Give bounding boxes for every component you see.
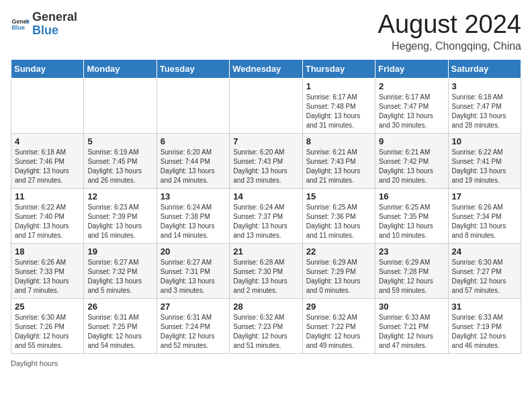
col-header-saturday: Saturday xyxy=(448,59,521,78)
day-info: Sunrise: 6:18 AMSunset: 7:47 PMDaylight:… xyxy=(452,93,517,130)
day-info: Sunrise: 6:25 AMSunset: 7:35 PMDaylight:… xyxy=(379,203,444,240)
day-number: 29 xyxy=(306,302,371,312)
logo-icon: General Blue xyxy=(11,15,30,34)
col-header-wednesday: Wednesday xyxy=(230,59,302,78)
day-cell: 9Sunrise: 6:21 AMSunset: 7:42 PMDaylight… xyxy=(375,133,448,188)
header: General Blue General Blue August 2024 He… xyxy=(11,11,521,52)
day-info: Sunrise: 6:26 AMSunset: 7:33 PMDaylight:… xyxy=(15,258,80,295)
day-cell: 10Sunrise: 6:22 AMSunset: 7:41 PMDayligh… xyxy=(448,133,521,188)
title-area: August 2024 Hegeng, Chongqing, China xyxy=(378,11,521,52)
day-info: Sunrise: 6:29 AMSunset: 7:28 PMDaylight:… xyxy=(379,258,444,295)
day-info: Sunrise: 6:32 AMSunset: 7:22 PMDaylight:… xyxy=(306,313,371,351)
day-number: 25 xyxy=(15,302,80,312)
day-info: Sunrise: 6:27 AMSunset: 7:31 PMDaylight:… xyxy=(161,258,226,295)
day-number: 7 xyxy=(233,136,298,146)
day-cell: 16Sunrise: 6:25 AMSunset: 7:35 PMDayligh… xyxy=(375,188,448,243)
day-info: Sunrise: 6:19 AMSunset: 7:45 PMDaylight:… xyxy=(87,148,152,185)
day-info: Sunrise: 6:30 AMSunset: 7:26 PMDaylight:… xyxy=(15,313,80,351)
day-info: Sunrise: 6:17 AMSunset: 7:47 PMDaylight:… xyxy=(379,93,444,130)
day-info: Sunrise: 6:22 AMSunset: 7:41 PMDaylight:… xyxy=(452,148,517,185)
day-info: Sunrise: 6:20 AMSunset: 7:44 PMDaylight:… xyxy=(161,148,226,185)
logo: General Blue General Blue xyxy=(11,11,77,38)
day-number: 15 xyxy=(306,191,371,201)
day-number: 18 xyxy=(15,246,80,257)
day-info: Sunrise: 6:26 AMSunset: 7:34 PMDaylight:… xyxy=(452,203,517,240)
day-cell: 13Sunrise: 6:24 AMSunset: 7:38 PMDayligh… xyxy=(157,188,229,243)
day-number: 19 xyxy=(87,246,152,257)
day-cell: 4Sunrise: 6:18 AMSunset: 7:46 PMDaylight… xyxy=(11,133,84,188)
calendar-table: SundayMondayTuesdayWednesdayThursdayFrid… xyxy=(11,59,521,354)
week-row-4: 18Sunrise: 6:26 AMSunset: 7:33 PMDayligh… xyxy=(11,243,521,298)
col-header-sunday: Sunday xyxy=(11,59,84,78)
day-number: 30 xyxy=(379,302,444,312)
day-cell xyxy=(84,78,157,133)
week-row-3: 11Sunrise: 6:22 AMSunset: 7:40 PMDayligh… xyxy=(11,188,521,243)
day-number: 24 xyxy=(452,246,517,257)
day-cell: 7Sunrise: 6:20 AMSunset: 7:43 PMDaylight… xyxy=(230,133,302,188)
day-number: 2 xyxy=(379,81,444,91)
day-info: Sunrise: 6:28 AMSunset: 7:30 PMDaylight:… xyxy=(233,258,298,295)
day-cell: 25Sunrise: 6:30 AMSunset: 7:26 PMDayligh… xyxy=(11,298,84,353)
day-number: 27 xyxy=(161,302,226,312)
day-cell: 20Sunrise: 6:27 AMSunset: 7:31 PMDayligh… xyxy=(157,243,229,298)
day-number: 21 xyxy=(233,246,298,257)
day-info: Sunrise: 6:23 AMSunset: 7:39 PMDaylight:… xyxy=(87,203,152,240)
logo-blue-text: Blue xyxy=(32,24,77,38)
day-number: 26 xyxy=(87,302,152,312)
day-cell: 15Sunrise: 6:25 AMSunset: 7:36 PMDayligh… xyxy=(302,188,375,243)
day-cell: 22Sunrise: 6:29 AMSunset: 7:29 PMDayligh… xyxy=(302,243,375,298)
day-cell: 24Sunrise: 6:30 AMSunset: 7:27 PMDayligh… xyxy=(448,243,521,298)
day-cell: 21Sunrise: 6:28 AMSunset: 7:30 PMDayligh… xyxy=(230,243,302,298)
day-number: 4 xyxy=(15,136,80,146)
logo-general-text: General xyxy=(32,11,77,24)
day-cell: 3Sunrise: 6:18 AMSunset: 7:47 PMDaylight… xyxy=(448,78,521,133)
day-info: Sunrise: 6:32 AMSunset: 7:23 PMDaylight:… xyxy=(233,313,298,351)
day-number: 3 xyxy=(452,81,517,91)
day-cell: 11Sunrise: 6:22 AMSunset: 7:40 PMDayligh… xyxy=(11,188,84,243)
day-info: Sunrise: 6:33 AMSunset: 7:19 PMDaylight:… xyxy=(452,313,517,351)
day-cell: 18Sunrise: 6:26 AMSunset: 7:33 PMDayligh… xyxy=(11,243,84,298)
day-cell: 6Sunrise: 6:20 AMSunset: 7:44 PMDaylight… xyxy=(157,133,229,188)
day-number: 9 xyxy=(379,136,444,146)
day-number: 10 xyxy=(452,136,517,146)
col-header-thursday: Thursday xyxy=(302,59,375,78)
location: Hegeng, Chongqing, China xyxy=(378,40,521,52)
week-row-2: 4Sunrise: 6:18 AMSunset: 7:46 PMDaylight… xyxy=(11,133,521,188)
day-cell: 30Sunrise: 6:33 AMSunset: 7:21 PMDayligh… xyxy=(375,298,448,353)
day-number: 17 xyxy=(452,191,517,201)
day-cell xyxy=(230,78,302,133)
day-cell: 17Sunrise: 6:26 AMSunset: 7:34 PMDayligh… xyxy=(448,188,521,243)
col-header-monday: Monday xyxy=(84,59,157,78)
day-cell: 29Sunrise: 6:32 AMSunset: 7:22 PMDayligh… xyxy=(302,298,375,353)
week-row-5: 25Sunrise: 6:30 AMSunset: 7:26 PMDayligh… xyxy=(11,298,521,353)
week-row-1: 1Sunrise: 6:17 AMSunset: 7:48 PMDaylight… xyxy=(11,78,521,133)
day-number: 6 xyxy=(161,136,226,146)
day-info: Sunrise: 6:33 AMSunset: 7:21 PMDaylight:… xyxy=(379,313,444,351)
day-info: Sunrise: 6:21 AMSunset: 7:43 PMDaylight:… xyxy=(306,148,371,185)
day-number: 5 xyxy=(87,136,152,146)
day-number: 1 xyxy=(306,81,371,91)
day-cell xyxy=(11,78,84,133)
day-cell: 8Sunrise: 6:21 AMSunset: 7:43 PMDaylight… xyxy=(302,133,375,188)
day-number: 14 xyxy=(233,191,298,201)
day-number: 16 xyxy=(379,191,444,201)
day-info: Sunrise: 6:29 AMSunset: 7:29 PMDaylight:… xyxy=(306,258,371,295)
day-number: 22 xyxy=(306,246,371,257)
day-info: Sunrise: 6:27 AMSunset: 7:32 PMDaylight:… xyxy=(87,258,152,295)
day-number: 12 xyxy=(87,191,152,201)
day-cell: 23Sunrise: 6:29 AMSunset: 7:28 PMDayligh… xyxy=(375,243,448,298)
col-header-friday: Friday xyxy=(375,59,448,78)
day-cell: 2Sunrise: 6:17 AMSunset: 7:47 PMDaylight… xyxy=(375,78,448,133)
day-cell: 19Sunrise: 6:27 AMSunset: 7:32 PMDayligh… xyxy=(84,243,157,298)
day-number: 8 xyxy=(306,136,371,146)
day-cell: 14Sunrise: 6:24 AMSunset: 7:37 PMDayligh… xyxy=(230,188,302,243)
day-cell: 28Sunrise: 6:32 AMSunset: 7:23 PMDayligh… xyxy=(230,298,302,353)
footer: Daylight hours xyxy=(11,359,521,367)
col-header-tuesday: Tuesday xyxy=(157,59,229,78)
day-info: Sunrise: 6:17 AMSunset: 7:48 PMDaylight:… xyxy=(306,93,371,130)
day-cell xyxy=(157,78,229,133)
day-info: Sunrise: 6:31 AMSunset: 7:25 PMDaylight:… xyxy=(87,313,152,351)
day-number: 28 xyxy=(233,302,298,312)
day-info: Sunrise: 6:30 AMSunset: 7:27 PMDaylight:… xyxy=(452,258,517,295)
day-info: Sunrise: 6:24 AMSunset: 7:37 PMDaylight:… xyxy=(233,203,298,240)
